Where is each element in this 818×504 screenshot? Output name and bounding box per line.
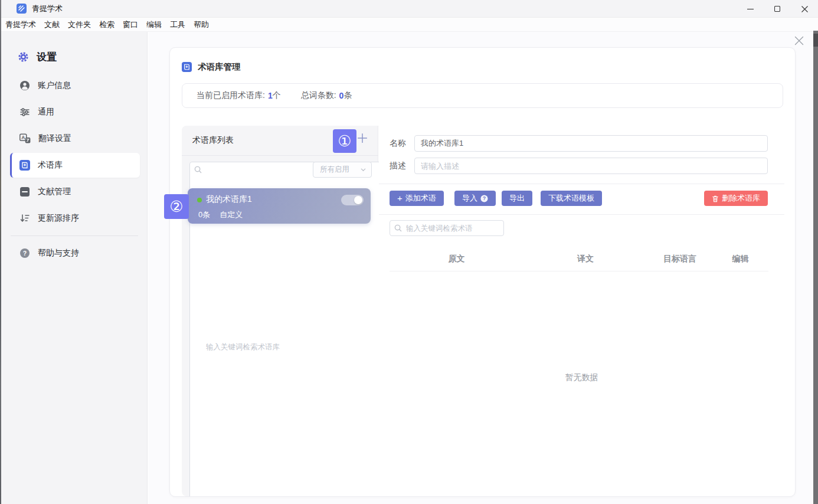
question-circle-icon: ?	[480, 195, 488, 202]
settings-header: 设置	[18, 48, 57, 65]
search-icon	[394, 224, 402, 232]
window-title: 青提学术	[32, 4, 63, 14]
buttons-divider	[379, 214, 784, 215]
translate-icon: A	[19, 133, 31, 144]
close-button[interactable]	[791, 0, 818, 18]
termbase-management-card: 术语库管理 当前已启用术语库: 1 个 总词条数: 0 条 术语库列表	[169, 47, 796, 497]
filter-dropdown[interactable]: 所有启用	[313, 162, 372, 178]
termbase-detail-panel: 名称 描述 + 添加术语 导入 ? 导出 下载术语模板	[379, 126, 784, 496]
sidebar-item-label: 通用	[38, 107, 54, 117]
settings-content: 术语库管理 当前已启用术语库: 1 个 总词条数: 0 条 术语库列表	[148, 32, 813, 504]
sidebar-item-translation-settings[interactable]: A 翻译设置	[1, 126, 148, 151]
menu-folder[interactable]: 文件夹	[64, 18, 95, 32]
add-termbase-button[interactable]	[357, 133, 368, 143]
description-label: 描述	[390, 161, 414, 171]
sidebar-item-label: 文献管理	[38, 186, 71, 197]
toggle-knob	[354, 196, 362, 204]
maximize-button[interactable]	[764, 0, 791, 18]
app-logo-icon	[17, 4, 27, 14]
help-icon: ?	[19, 248, 30, 258]
titlebar: 青提学术	[0, 0, 818, 18]
page-title: 术语库管理	[198, 61, 241, 73]
sliders-icon	[19, 107, 30, 117]
search-icon	[194, 166, 202, 174]
add-term-button[interactable]: + 添加术语	[390, 191, 444, 206]
sidebar-item-label: 术语库	[38, 160, 63, 171]
card-header: 术语库管理	[182, 61, 241, 73]
sidebar-item-account[interactable]: 账户信息	[1, 73, 148, 98]
menu-edit[interactable]: 编辑	[142, 18, 166, 32]
plus-icon: +	[397, 194, 403, 202]
window-controls	[737, 0, 818, 18]
sidebar-item-label: 帮助与支持	[38, 248, 79, 258]
term-table-header: 原文 译文 目标语言 编辑	[390, 248, 768, 270]
description-field[interactable]	[414, 158, 768, 174]
enabled-termbase-value: 1	[268, 91, 273, 100]
total-entries-value: 0	[339, 91, 344, 100]
download-template-button[interactable]: 下载术语模板	[541, 191, 602, 206]
step-1-annotation-badge: ①	[333, 129, 356, 153]
menu-app[interactable]: 青提学术	[1, 18, 40, 32]
close-x-icon	[794, 36, 804, 45]
termbase-enable-toggle[interactable]	[341, 195, 364, 205]
app-window: 青提学术 青提学术 文献 文件夹 检索 窗口 编辑 工具 帮助 设置 账户信息	[0, 0, 818, 504]
menu-window[interactable]: 窗口	[119, 18, 142, 32]
enabled-termbase-unit: 个	[273, 90, 281, 101]
sidebar-divider	[11, 235, 138, 236]
svg-text:?: ?	[483, 195, 486, 201]
sidebar-item-general[interactable]: 通用	[1, 100, 148, 125]
term-search	[390, 220, 504, 236]
termbase-name: 我的术语库1	[206, 194, 252, 205]
background-scrollbar-thumb	[813, 34, 818, 47]
sidebar-item-termbase[interactable]: 术语库	[10, 153, 140, 178]
name-label: 名称	[390, 138, 414, 149]
sidebar-item-literature-management[interactable]: 文献管理	[1, 179, 148, 204]
settings-title: 设置	[37, 50, 57, 64]
termbase-icon	[182, 62, 192, 72]
minimize-icon	[747, 6, 754, 12]
menu-search[interactable]: 检索	[95, 18, 119, 32]
delete-termbase-button[interactable]: 删除术语库	[704, 191, 768, 206]
sidebar-item-label: 翻译设置	[38, 133, 71, 144]
termbase-list-panel: 术语库列表 所有启用 我的术语库1 0条 自定义	[182, 126, 378, 496]
enabled-dot-icon	[197, 198, 202, 202]
sidebar-item-help-support[interactable]: ? 帮助与支持	[1, 241, 148, 266]
menu-tools[interactable]: 工具	[166, 18, 189, 32]
term-search-input[interactable]	[390, 220, 504, 236]
trash-icon	[712, 195, 719, 202]
import-button[interactable]: 导入 ?	[454, 191, 496, 206]
settings-sidebar: 设置 账户信息 通用 A 翻译设置 术语库 文献管理	[1, 32, 148, 504]
panel-close-button[interactable]	[793, 35, 805, 47]
form-divider	[379, 184, 784, 184]
termbase-entry-count: 0条	[198, 210, 210, 220]
total-entries-unit: 条	[343, 90, 352, 101]
sidebar-item-label: 更新源排序	[38, 213, 79, 224]
column-target-language: 目标语言	[647, 254, 712, 264]
column-source-text: 原文	[390, 254, 523, 264]
book-icon	[19, 186, 30, 197]
termbase-list-item[interactable]: 我的术语库1 0条 自定义	[188, 188, 371, 224]
background-window-edge-left	[0, 0, 1, 504]
sort-icon	[19, 213, 30, 224]
stats-bar: 当前已启用术语库: 1 个 总词条数: 0 条	[182, 83, 783, 108]
empty-state-text: 暂无数据	[379, 372, 784, 383]
gear-icon	[18, 51, 29, 63]
termbase-type-tag: 自定义	[220, 210, 243, 220]
column-edit: 编辑	[712, 254, 768, 264]
list-header-divider	[182, 155, 378, 156]
sidebar-item-update-source-order[interactable]: 更新源排序	[1, 206, 148, 231]
step-2-annotation-badge: ②	[164, 194, 189, 219]
close-icon	[801, 6, 808, 12]
menu-help[interactable]: 帮助	[189, 18, 213, 32]
menubar: 青提学术 文献 文件夹 检索 窗口 编辑 工具 帮助	[0, 18, 818, 32]
export-button[interactable]: 导出	[502, 191, 532, 206]
sidebar-item-label: 账户信息	[38, 80, 71, 91]
filter-selected-value: 所有启用	[320, 165, 349, 175]
background-window-edge-right	[813, 31, 818, 504]
name-field[interactable]	[414, 135, 768, 152]
svg-text:A: A	[21, 135, 25, 140]
menu-literature[interactable]: 文献	[40, 18, 64, 32]
termbase-icon	[19, 160, 30, 171]
minimize-button[interactable]	[737, 0, 764, 18]
enabled-termbase-label: 当前已启用术语库:	[197, 90, 265, 101]
